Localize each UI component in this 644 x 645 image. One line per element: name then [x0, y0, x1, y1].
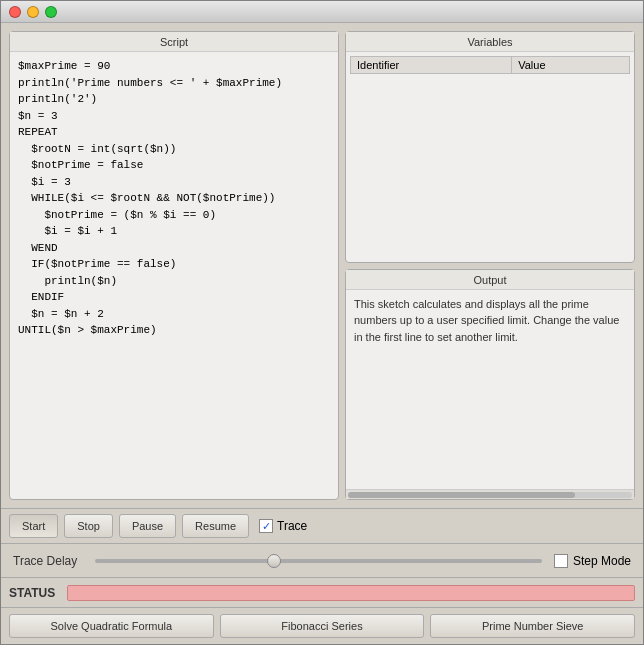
solve-quadratic-button[interactable]: Solve Quadratic Formula [9, 614, 214, 638]
variables-table-container: Identifier Value [346, 52, 634, 262]
trace-delay-label: Trace Delay [13, 554, 83, 568]
close-button[interactable] [9, 6, 21, 18]
bottom-buttons: Solve Quadratic Formula Fibonacci Series… [1, 608, 643, 644]
trace-checkbox-label[interactable]: ✓ Trace [259, 519, 307, 533]
output-scrollbar-area [346, 489, 634, 499]
status-row: STATUS [1, 578, 643, 608]
right-panels: Variables Identifier Value [345, 31, 635, 500]
trace-delay-row: Trace Delay Step Mode [1, 544, 643, 578]
variables-panel-title: Variables [346, 32, 634, 52]
maximize-button[interactable] [45, 6, 57, 18]
trace-checkbox[interactable]: ✓ [259, 519, 273, 533]
step-mode-checkbox[interactable] [554, 554, 568, 568]
prime-sieve-button[interactable]: Prime Number Sieve [430, 614, 635, 638]
h-scrollbar-track[interactable] [348, 492, 632, 498]
variables-panel: Variables Identifier Value [345, 31, 635, 263]
slider-track[interactable] [95, 559, 542, 563]
output-panel-title: Output [346, 270, 634, 290]
script-panel: Script $maxPrime = 90 println('Prime num… [9, 31, 339, 500]
script-panel-title: Script [10, 32, 338, 52]
slider-container [95, 559, 542, 563]
slider-thumb[interactable] [267, 554, 281, 568]
h-scrollbar-thumb[interactable] [348, 492, 575, 498]
variables-table: Identifier Value [350, 56, 630, 74]
trace-area: ✓ Trace [259, 519, 307, 533]
step-mode-text: Step Mode [573, 554, 631, 568]
stop-button[interactable]: Stop [64, 514, 113, 538]
resume-button[interactable]: Resume [182, 514, 249, 538]
output-content[interactable]: This sketch calculates and displays all … [346, 290, 634, 490]
output-panel: Output This sketch calculates and displa… [345, 269, 635, 501]
trace-label: Trace [277, 519, 307, 533]
fibonacci-button[interactable]: Fibonacci Series [220, 614, 425, 638]
pause-button[interactable]: Pause [119, 514, 176, 538]
main-window: Script $maxPrime = 90 println('Prime num… [0, 0, 644, 645]
col-value: Value [512, 57, 630, 74]
minimize-button[interactable] [27, 6, 39, 18]
status-label: STATUS [9, 586, 59, 600]
toolbar: Start Stop Pause Resume ✓ Trace [1, 508, 643, 544]
col-identifier: Identifier [351, 57, 512, 74]
script-content[interactable]: $maxPrime = 90 println('Prime numbers <=… [10, 52, 338, 499]
status-bar [67, 585, 635, 601]
start-button[interactable]: Start [9, 514, 58, 538]
main-area: Script $maxPrime = 90 println('Prime num… [1, 23, 643, 508]
title-bar [1, 1, 643, 23]
step-mode-label[interactable]: Step Mode [554, 554, 631, 568]
